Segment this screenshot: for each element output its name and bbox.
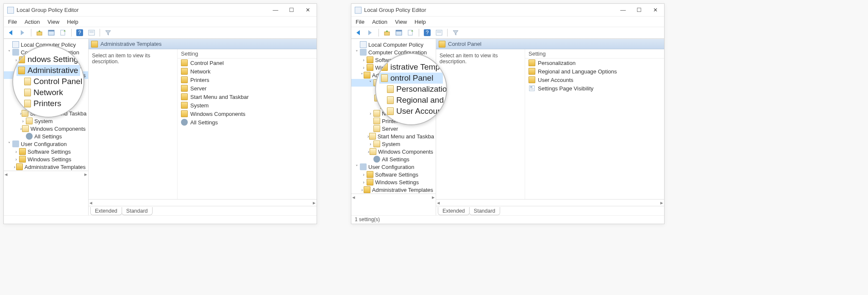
menu-help[interactable]: Help [67,19,78,25]
tree-twisty[interactable]: › [13,157,19,162]
gear-icon [26,133,33,140]
tree-twisty[interactable]: ˅ [354,164,360,170]
titlebar[interactable]: Local Group Policy Editor — ☐ ✕ [4,4,317,17]
list-item[interactable]: Control Panel [178,59,317,67]
tree-twisty[interactable]: ˅ [6,50,12,55]
tree-twisty[interactable]: › [361,187,364,192]
tree-node[interactable]: › Windows Settings [351,178,436,186]
toolbar-help-button[interactable]: ? [423,28,432,37]
list-item[interactable]: Network [178,67,317,76]
tab-standard[interactable]: Standard [122,207,153,215]
list-item[interactable]: Personalization [525,59,664,67]
tree-scrollbar[interactable]: ◂▸ [351,194,436,200]
maximize-button[interactable]: ☐ [636,7,642,13]
toolbar-filter-button[interactable] [103,28,113,37]
tree-node[interactable]: › Windows Components [4,125,88,132]
toolbar-forward-button[interactable] [366,28,375,37]
tree-node[interactable]: › System [351,140,436,148]
tree-node[interactable]: Server [351,125,436,132]
list-item[interactable]: Server [178,84,317,93]
list-column-header[interactable]: Setting [525,49,664,59]
list-item[interactable]: User Accounts [525,76,664,84]
tab-standard[interactable]: Standard [469,207,500,215]
tree-label: Server [382,126,398,132]
toolbar-export-button[interactable] [58,28,68,37]
close-button[interactable]: ✕ [652,7,658,13]
config-icon [12,49,19,56]
list-item[interactable]: Settings Page Visibility [525,84,664,93]
tree-twisty[interactable]: › [361,57,367,62]
toolbar-back-button[interactable] [6,28,16,37]
toolbar-filter-button[interactable] [451,28,460,37]
tree-node[interactable]: › Administrative Templates [4,163,88,171]
list-item[interactable]: Printers [178,76,317,84]
toolbar-export-button[interactable] [406,28,415,37]
tree-node[interactable]: › Start Menu and Taskba [351,132,436,140]
tree-node[interactable]: ˅ User Configuration [351,163,436,171]
tab-extended[interactable]: Extended [438,207,470,215]
tree-twisty[interactable]: ˅ [354,50,360,55]
minimize-button[interactable]: — [620,7,626,13]
tree-twisty[interactable]: ˅ [367,80,373,86]
titlebar[interactable]: Local Group Policy Editor — ☐ ✕ [351,4,664,17]
menu-view[interactable]: View [395,19,407,25]
list-item[interactable]: System [178,101,317,110]
menu-view[interactable]: View [47,19,59,25]
tree-node[interactable]: ˅ User Configuration [4,140,88,148]
tab-extended[interactable]: Extended [90,207,122,215]
menu-file[interactable]: File [356,19,364,25]
tree-label: Administrative Templates [372,187,433,193]
toolbar-back-button[interactable] [354,28,363,37]
tree-twisty[interactable]: › [361,180,367,185]
tree-node[interactable]: All Settings [4,132,88,140]
close-button[interactable]: ✕ [305,7,311,13]
minimize-button[interactable]: — [273,7,278,13]
list-pane[interactable]: Setting Control Panel Network Printers S… [178,49,317,199]
list-item[interactable]: Start Menu and Taskbar [178,93,317,101]
toolbar-forward-button[interactable] [18,28,28,37]
svg-rect-11 [396,30,402,31]
folder-icon [367,64,373,71]
right-scrollbar[interactable]: ◂▸ [89,199,317,206]
list-pane[interactable]: Setting Personalization Regional and Lan… [525,49,664,199]
magnifier-row: Administrative Temp [17,65,80,76]
list-item[interactable]: Regional and Language Options [525,67,664,76]
tree-twisty[interactable]: › [361,65,367,70]
maximize-button[interactable]: ☐ [289,7,295,13]
tree-node[interactable]: › Software Settings [4,148,88,155]
tree-scrollbar[interactable]: ◂▸ [4,171,88,177]
toolbar-frame-button[interactable] [394,28,403,37]
tree-twisty[interactable]: ˅ [6,141,12,147]
tree-twisty[interactable]: › [13,149,19,154]
tree-twisty[interactable]: › [367,141,373,146]
toolbar-help-button[interactable]: ? [75,28,84,37]
toolbar-up-button[interactable] [382,28,392,37]
toolbar-up-button[interactable] [35,28,44,37]
tree-node[interactable]: Local Computer Policy [351,41,436,48]
list-item[interactable]: Windows Components [178,110,317,118]
toolbar-divider [71,29,72,37]
tree-node[interactable]: › Software Settings [351,171,436,178]
menu-action[interactable]: Action [372,19,387,25]
tree-node[interactable]: › Windows Settings [4,155,88,163]
folder-icon [387,85,394,93]
toolbar-prop-button[interactable] [434,28,444,37]
list-item[interactable]: All Settings [178,118,317,126]
tree-twisty[interactable]: ˅ [361,73,364,78]
toolbar-frame-button[interactable] [47,28,56,37]
tree-node[interactable]: › System [4,117,88,125]
menu-action[interactable]: Action [25,19,40,25]
tree-twisty[interactable]: › [367,111,373,116]
tree-node[interactable]: All Settings [351,155,436,163]
menu-file[interactable]: File [8,19,17,25]
tree-node[interactable]: › Administrative Templates [351,186,436,194]
right-scrollbar[interactable]: ◂▸ [436,199,664,206]
toolbar-prop-button[interactable] [87,28,96,37]
tree-twisty[interactable]: › [361,172,367,177]
list-column-header[interactable]: Setting [178,49,317,59]
tree-twisty[interactable]: › [20,118,26,124]
tree-node[interactable]: › Windows Components [351,148,436,155]
tree-twisty[interactable]: › [13,164,16,169]
menu-bar: FileActionViewHelp [4,17,317,27]
menu-help[interactable]: Help [415,19,426,25]
